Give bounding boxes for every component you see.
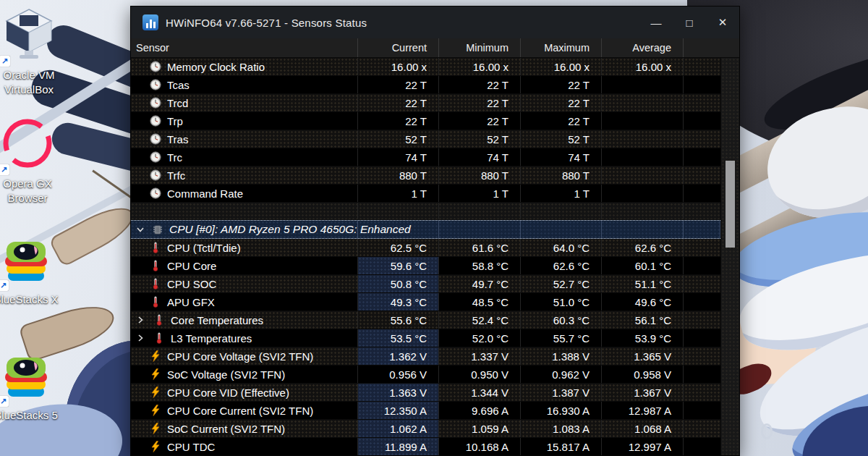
table-row[interactable]: CPU SOC50.8 °C49.7 °C52.7 °C51.1 °C bbox=[131, 275, 720, 293]
table-row[interactable]: Trcd22 T22 T22 T bbox=[131, 94, 720, 112]
table-row[interactable]: Trp22 T22 T22 T bbox=[131, 112, 720, 130]
maximum-value: 60.3 °C bbox=[521, 314, 601, 326]
shortcut-arrow-icon: ↗ bbox=[0, 164, 9, 175]
desktop-icon-bluestacks-x[interactable]: ↗ BlueStacks X bbox=[0, 239, 62, 307]
sensor-label: CPU SOC bbox=[167, 278, 216, 290]
table-row[interactable]: CPU Core59.6 °C58.8 °C62.6 °C60.1 °C bbox=[131, 257, 720, 275]
sensor-label: Tcas bbox=[167, 79, 190, 91]
column-header-average[interactable]: Average bbox=[602, 38, 684, 57]
table-row[interactable]: Command Rate1 T1 T1 T bbox=[131, 185, 720, 203]
table-row[interactable]: Trfc880 T880 T880 T bbox=[131, 166, 720, 185]
lightning-icon bbox=[150, 350, 161, 362]
average-value: 12.997 A bbox=[602, 441, 683, 453]
minimum-value: 52.0 °C bbox=[439, 332, 520, 345]
table-row[interactable]: Memory Clock Ratio16.00 x16.00 x16.00 x1… bbox=[131, 58, 720, 76]
desktop-icon-label: BlueStacks X bbox=[0, 292, 62, 307]
spacer-row bbox=[131, 203, 720, 220]
maximum-value: 52 T bbox=[521, 133, 601, 145]
average-value: 53.9 °C bbox=[602, 332, 683, 345]
thermo-icon bbox=[150, 296, 161, 308]
table-row[interactable]: Core Temperatures55.6 °C52.4 °C60.3 °C56… bbox=[131, 311, 720, 329]
desktop-icon-oracle-vm-virtualbox[interactable]: ↗ Oracle VM VirtualBox bbox=[0, 7, 65, 98]
column-header-maximum[interactable]: Maximum bbox=[521, 38, 602, 57]
current-value: 16.00 x bbox=[358, 61, 438, 73]
average-value: 0.958 V bbox=[602, 368, 683, 381]
table-row[interactable]: CPU (Tctl/Tdie)62.5 °C61.6 °C64.0 °C62.6… bbox=[131, 239, 720, 257]
desktop-icon-opera-gx-browser[interactable]: ↗ Opera GX Browser bbox=[0, 116, 64, 206]
sensor-label: CPU Core VID (Effective) bbox=[167, 387, 289, 399]
bluestacks-icon: ↗ bbox=[0, 355, 53, 405]
column-header-sensor[interactable]: Sensor bbox=[131, 38, 358, 57]
table-row[interactable]: Tcas22 T22 T22 T bbox=[131, 76, 720, 94]
sensor-label: Tras bbox=[167, 133, 188, 145]
current-value: 52 T bbox=[358, 133, 438, 145]
sensor-label: SoC Current (SVI2 TFN) bbox=[167, 423, 285, 435]
average-value: 12.987 A bbox=[602, 405, 683, 417]
sensor-label: Core Temperatures bbox=[171, 314, 263, 326]
lightning-icon bbox=[150, 368, 161, 380]
current-value: 0.956 V bbox=[358, 368, 438, 381]
sensor-label: CPU TDC bbox=[167, 441, 215, 453]
average-value: 1.367 V bbox=[602, 387, 683, 399]
sensor-label: Trp bbox=[167, 115, 183, 127]
minimum-value: 22 T bbox=[439, 79, 520, 91]
current-value: 22 T bbox=[358, 115, 438, 127]
clock-icon bbox=[150, 61, 161, 72]
current-value: 1.362 V bbox=[358, 350, 438, 363]
clock-icon bbox=[150, 169, 161, 181]
table-row[interactable]: SoC Current (SVI2 TFN)1.062 A1.059 A1.08… bbox=[131, 420, 720, 438]
virtualbox-icon: ↗ bbox=[1, 7, 57, 65]
sensor-label: CPU Core Current (SVI2 TFN) bbox=[167, 405, 313, 417]
current-value: 49.3 °C bbox=[358, 296, 438, 308]
maximum-value: 22 T bbox=[521, 79, 601, 91]
table-row[interactable]: Tras52 T52 T52 T bbox=[131, 130, 720, 148]
column-header-current[interactable]: Current bbox=[358, 38, 439, 57]
desktop-icon-bluestacks-5[interactable]: ↗ BlueStacks 5 bbox=[0, 355, 62, 423]
clock-icon bbox=[150, 133, 161, 145]
table-row[interactable]: Trc74 T74 T74 T bbox=[131, 148, 720, 166]
current-value: 1 T bbox=[358, 187, 438, 200]
thermo-icon bbox=[150, 242, 161, 253]
minimum-value: 74 T bbox=[439, 151, 520, 164]
section-header-row[interactable]: CPU [#0]: AMD Ryzen 5 PRO 4650G: Enhance… bbox=[131, 220, 720, 239]
current-value: 22 T bbox=[358, 79, 438, 91]
chevron-down-icon[interactable] bbox=[136, 224, 146, 235]
maximum-value: 55.7 °C bbox=[521, 332, 601, 345]
table-row[interactable]: L3 Temperatures53.5 °C52.0 °C55.7 °C53.9… bbox=[131, 329, 720, 347]
table-row[interactable]: SoC Voltage (SVI2 TFN)0.956 V0.950 V0.96… bbox=[131, 366, 720, 384]
close-button[interactable]: ✕ bbox=[706, 7, 739, 38]
shortcut-arrow-icon: ↗ bbox=[0, 396, 9, 407]
current-value: 11.899 A bbox=[358, 441, 438, 453]
minimum-value: 1.344 V bbox=[439, 387, 520, 399]
minimum-value: 1.059 A bbox=[439, 423, 520, 435]
current-value: 22 T bbox=[358, 97, 438, 109]
chevron-right-icon[interactable] bbox=[136, 315, 146, 325]
scrollbar-thumb[interactable] bbox=[726, 161, 735, 248]
table-row[interactable]: CPU Core Voltage (SVI2 TFN)1.362 V1.337 … bbox=[131, 347, 720, 366]
minimum-value: 22 T bbox=[439, 97, 520, 109]
lightning-icon bbox=[150, 441, 161, 452]
maximum-value: 51.0 °C bbox=[521, 296, 601, 308]
clock-icon bbox=[150, 79, 161, 90]
minimum-value: 58.8 °C bbox=[439, 260, 520, 272]
minimum-value: 16.00 x bbox=[439, 61, 520, 73]
average-value: 60.1 °C bbox=[602, 260, 683, 272]
table-row[interactable]: CPU Core VID (Effective)1.363 V1.344 V1.… bbox=[131, 384, 720, 402]
average-value: 56.1 °C bbox=[602, 314, 683, 326]
table-row[interactable]: CPU Core Current (SVI2 TFN)12.350 A9.696… bbox=[131, 402, 720, 420]
desktop-icon-label: Opera GX Browser bbox=[0, 177, 64, 206]
maximum-value: 22 T bbox=[521, 115, 601, 127]
maximize-button[interactable]: □ bbox=[673, 7, 706, 38]
table-scrollbar[interactable] bbox=[720, 58, 739, 455]
lightning-icon bbox=[150, 423, 161, 434]
column-header-minimum[interactable]: Minimum bbox=[439, 38, 521, 57]
chevron-right-icon[interactable] bbox=[136, 333, 146, 343]
thermo-icon bbox=[150, 260, 161, 271]
average-value: 16.00 x bbox=[602, 61, 683, 73]
clock-icon bbox=[150, 187, 161, 199]
minimize-button[interactable]: — bbox=[639, 7, 673, 38]
table-row[interactable]: CPU TDC11.899 A10.168 A15.817 A12.997 A bbox=[131, 438, 720, 455]
titlebar[interactable]: HWiNFO64 v7.66-5271 - Sensors Status — □… bbox=[131, 7, 739, 38]
maximum-value: 880 T bbox=[521, 169, 601, 182]
table-row[interactable]: APU GFX49.3 °C48.5 °C51.0 °C49.6 °C bbox=[131, 293, 720, 311]
